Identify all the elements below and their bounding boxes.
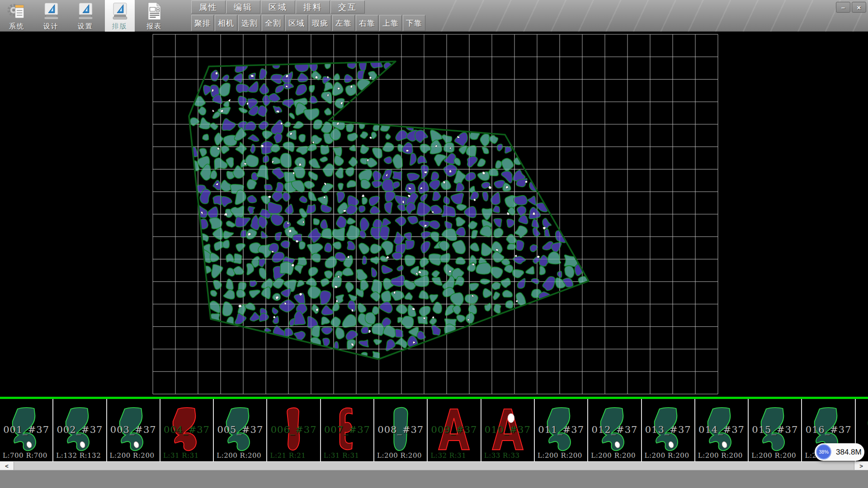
window-controls: – × [836, 2, 866, 13]
report-doc-icon [145, 1, 164, 22]
app-tab-5[interactable]: 报表 [139, 0, 169, 32]
set-square-icon [110, 1, 129, 22]
part-lr-count: L:132 R:132 [56, 451, 101, 460]
part-label: 016_#37 [802, 424, 854, 435]
part-lr-count: L:200 R:200 [698, 451, 743, 460]
tool-button-5[interactable]: 区域 [285, 15, 308, 31]
part-lr-count: L:200 R:200 [591, 451, 636, 460]
app-tab-label: 报表 [146, 22, 162, 30]
minimize-button[interactable]: – [836, 2, 850, 13]
tool-button-3[interactable]: 选割 [238, 15, 261, 31]
app-tab-label: 系统 [9, 22, 24, 30]
part-thumbnail-5[interactable]: 005_#37L:200 R:200 [214, 399, 267, 461]
tool-button-10[interactable]: 下靠 [403, 15, 425, 31]
part-label: 014_#37 [695, 424, 748, 435]
menu-button-3[interactable]: 区域 [261, 0, 295, 14]
part-thumbnail-8[interactable]: 008_#37L:200 R:200 [374, 399, 428, 461]
nesting-canvas[interactable] [0, 32, 868, 397]
toolbar-texture [429, 0, 868, 32]
part-thumbnail-7[interactable]: 007_#37L:31 R:31 [321, 399, 374, 461]
part-label: 004_#37 [160, 424, 213, 435]
tool-button-2[interactable]: 相机 [215, 15, 237, 31]
tool-button-4[interactable]: 全割 [262, 15, 284, 31]
part-label: 001_#37 [0, 424, 52, 435]
part-thumbnail-9[interactable]: 009_#37L:32 R:31 [428, 399, 481, 461]
app-tab-label: 设置 [78, 22, 93, 30]
part-thumbnail-14[interactable]: 014_#37L:200 R:200 [695, 399, 749, 461]
scroll-right-button[interactable]: > [854, 462, 868, 470]
app-tab-2[interactable]: 设计 [36, 0, 66, 32]
part-label: 007_#37 [321, 424, 373, 435]
menu-button-2[interactable]: 编辑 [226, 0, 260, 14]
part-lr-count: L:200 R:200 [538, 451, 582, 460]
part-lr-count: L:200 R:200 [645, 451, 689, 460]
app-tab-3[interactable]: 设置 [71, 0, 100, 32]
menu-button-5[interactable]: 交互 [330, 0, 365, 14]
part-label: 011_#37 [535, 424, 587, 435]
part-label: 005_#37 [214, 424, 266, 435]
memory-value: 384.8M [836, 448, 862, 457]
app-tab-label: 设计 [43, 22, 59, 30]
part-lr-count: L:200 R:200 [110, 451, 155, 460]
menu-bar: 属性编辑区域排料交互 [191, 0, 365, 14]
set-square-icon [76, 1, 95, 22]
part-thumbnail-10[interactable]: 010_#37L:33 R:33 [481, 399, 535, 461]
main-toolbar: 系统设计设置排版报表 属性编辑区域排料交互 聚排相机选割全割区域瑕疵左靠右靠上靠… [0, 0, 868, 32]
tool-button-1[interactable]: 聚排 [191, 15, 214, 31]
status-bar [0, 470, 868, 488]
tool-bar: 聚排相机选割全割区域瑕疵左靠右靠上靠下靠 [191, 15, 426, 32]
part-lr-count: L:200 R:200 [217, 451, 261, 460]
scroll-left-button[interactable]: < [0, 462, 14, 470]
part-thumbnail-3[interactable]: 003_#37L:200 R:200 [107, 399, 160, 461]
app-tab-4[interactable]: 排版 [105, 0, 135, 32]
close-button[interactable]: × [852, 2, 866, 13]
part-thumbnail-6[interactable]: 006_#37L:21 R:21 [267, 399, 321, 461]
part-thumbnail-2[interactable]: 002_#37L:132 R:132 [53, 399, 107, 461]
tool-button-9[interactable]: 上靠 [379, 15, 402, 31]
part-thumbnail-4[interactable]: 004_#37L:31 R:31 [160, 399, 214, 461]
part-lr-count: L:33 R:33 [484, 451, 520, 460]
nesting-canvas-svg [0, 32, 868, 397]
app-tab-bar: 系统设计设置排版报表 [2, 0, 174, 32]
part-thumbnail-11[interactable]: 011_#37L:200 R:200 [535, 399, 588, 461]
parts-panel: 001_#37L:700 R:700002_#37L:132 R:132003_… [0, 399, 868, 461]
system-gear-icon [7, 1, 26, 22]
part-label: 012_#37 [588, 424, 641, 435]
part-lr-count: L:200 R:200 [377, 451, 422, 460]
application-window: 系统设计设置排版报表 属性编辑区域排料交互 聚排相机选割全割区域瑕疵左靠右靠上靠… [0, 0, 868, 488]
menu-button-4[interactable]: 排料 [296, 0, 330, 14]
app-tab-label: 排版 [112, 22, 127, 30]
part-lr-count: L:31 R:31 [324, 451, 359, 460]
part-label: 010_#37 [481, 424, 534, 435]
horizontal-scrollbar[interactable]: < > [0, 461, 868, 470]
memory-percent-badge: 38% [816, 444, 831, 460]
part-thumbnail-15[interactable]: 015_#37L:200 R:200 [749, 399, 802, 461]
part-lr-count: L:31 R:31 [163, 451, 199, 460]
memory-badge: 38% 384.8M [815, 443, 864, 461]
tool-button-6[interactable]: 瑕疵 [309, 15, 331, 31]
part-label: 009_#37 [428, 424, 480, 435]
part-thumbnail-13[interactable]: 013_#37L:200 R:200 [642, 399, 695, 461]
part-label: 013_#37 [642, 424, 694, 435]
tool-button-8[interactable]: 右靠 [356, 15, 378, 31]
tool-button-7[interactable]: 左靠 [332, 15, 355, 31]
part-label: 006_#37 [267, 424, 320, 435]
app-tab-1[interactable]: 系统 [2, 0, 32, 32]
part-label: 003_#37 [107, 424, 160, 435]
part-label: 015_#37 [749, 424, 801, 435]
part-label: 002_#37 [53, 424, 106, 435]
part-lr-count: L:200 R:200 [751, 451, 796, 460]
part-lr-count: L:700 R:700 [3, 451, 47, 460]
part-lr-count: L:21 R:21 [270, 451, 306, 460]
part-thumbnail-12[interactable]: 012_#37L:200 R:200 [588, 399, 642, 461]
set-square-icon [42, 1, 61, 22]
menu-button-1[interactable]: 属性 [191, 0, 226, 14]
part-label: 008_#37 [374, 424, 427, 435]
part-lr-count: L:32 R:31 [430, 451, 466, 460]
part-thumbnail-1[interactable]: 001_#37L:700 R:700 [0, 399, 53, 461]
